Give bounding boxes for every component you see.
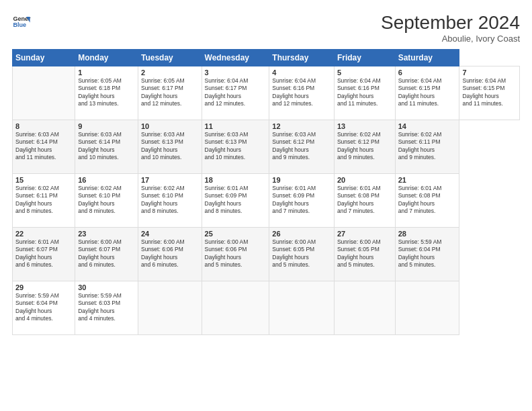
- table-row: 29Sunrise: 5:59 AMSunset: 6:04 PMDayligh…: [13, 281, 75, 335]
- day-number: 19: [272, 176, 331, 184]
- day-info: Sunrise: 6:02 AMSunset: 6:11 PMDaylight …: [15, 185, 72, 216]
- table-row: 23Sunrise: 6:00 AMSunset: 6:07 PMDayligh…: [75, 228, 138, 281]
- day-number: 7: [462, 68, 517, 77]
- day-info: Sunrise: 6:04 AMSunset: 6:15 PMDaylight …: [462, 77, 517, 108]
- table-row: 14Sunrise: 6:02 AMSunset: 6:11 PMDayligh…: [395, 120, 459, 174]
- page: General Blue September 2024 Aboulie, Ivo…: [0, 0, 532, 411]
- day-number: 23: [78, 230, 135, 238]
- col-monday: Monday: [75, 50, 138, 66]
- day-number: 9: [78, 122, 135, 130]
- day-number: 22: [15, 230, 72, 238]
- day-number: 27: [337, 230, 392, 238]
- day-info: Sunrise: 6:04 AMSunset: 6:16 PMDaylight …: [272, 77, 331, 108]
- day-info: Sunrise: 6:03 AMSunset: 6:14 PMDaylight …: [15, 131, 72, 162]
- table-row: 15Sunrise: 6:02 AMSunset: 6:11 PMDayligh…: [13, 174, 75, 228]
- table-row: 22Sunrise: 6:01 AMSunset: 6:07 PMDayligh…: [13, 228, 75, 281]
- day-number: 8: [15, 122, 72, 130]
- table-row: 6Sunrise: 6:04 AMSunset: 6:15 PMDaylight…: [395, 66, 459, 120]
- day-number: 5: [337, 68, 392, 77]
- day-number: 3: [205, 68, 267, 77]
- day-info: Sunrise: 6:04 AMSunset: 6:16 PMDaylight …: [337, 77, 392, 108]
- day-info: Sunrise: 6:02 AMSunset: 6:10 PMDaylight …: [78, 185, 135, 216]
- table-row: [269, 281, 335, 335]
- table-row: 1Sunrise: 6:05 AMSunset: 6:18 PMDaylight…: [75, 66, 138, 120]
- day-info: Sunrise: 6:03 AMSunset: 6:14 PMDaylight …: [78, 131, 135, 162]
- day-number: 1: [78, 68, 135, 77]
- day-number: 18: [205, 176, 267, 184]
- day-number: 2: [141, 68, 199, 77]
- col-friday: Friday: [334, 50, 395, 66]
- day-number: 6: [398, 68, 457, 77]
- table-row: 17Sunrise: 6:02 AMSunset: 6:10 PMDayligh…: [138, 174, 202, 228]
- day-info: Sunrise: 5:59 AMSunset: 6:04 PMDaylight …: [398, 238, 457, 269]
- day-number: 17: [141, 176, 199, 184]
- day-info: Sunrise: 6:01 AMSunset: 6:09 PMDaylight …: [272, 185, 331, 216]
- table-row: 18Sunrise: 6:01 AMSunset: 6:09 PMDayligh…: [202, 174, 269, 228]
- day-info: Sunrise: 6:01 AMSunset: 6:08 PMDaylight …: [337, 185, 392, 216]
- calendar-table: Sunday Monday Tuesday Wednesday Thursday…: [12, 49, 520, 335]
- table-row: 4Sunrise: 6:04 AMSunset: 6:16 PMDaylight…: [269, 66, 335, 120]
- col-thursday: Thursday: [269, 50, 335, 66]
- day-number: 26: [272, 230, 331, 238]
- day-number: 14: [398, 122, 457, 130]
- day-info: Sunrise: 6:01 AMSunset: 6:09 PMDaylight …: [205, 185, 267, 216]
- header: General Blue September 2024 Aboulie, Ivo…: [12, 12, 520, 44]
- day-info: Sunrise: 6:00 AMSunset: 6:06 PMDaylight …: [141, 238, 199, 269]
- day-info: Sunrise: 6:01 AMSunset: 6:07 PMDaylight …: [15, 238, 72, 269]
- table-row: [395, 281, 459, 335]
- day-info: Sunrise: 5:59 AMSunset: 6:03 PMDaylight …: [78, 292, 135, 323]
- col-saturday: Saturday: [395, 50, 459, 66]
- day-number: 24: [141, 230, 199, 238]
- calendar-week-row: 22Sunrise: 6:01 AMSunset: 6:07 PMDayligh…: [13, 228, 520, 281]
- title-block: September 2024 Aboulie, Ivory Coast: [381, 12, 520, 44]
- day-info: Sunrise: 6:03 AMSunset: 6:12 PMDaylight …: [272, 131, 331, 162]
- table-row: 19Sunrise: 6:01 AMSunset: 6:09 PMDayligh…: [269, 174, 335, 228]
- day-number: 13: [337, 122, 392, 130]
- calendar-week-row: 8Sunrise: 6:03 AMSunset: 6:14 PMDaylight…: [13, 120, 520, 174]
- day-number: 29: [15, 283, 72, 291]
- table-row: 30Sunrise: 5:59 AMSunset: 6:03 PMDayligh…: [75, 281, 138, 335]
- day-info: Sunrise: 6:03 AMSunset: 6:13 PMDaylight …: [205, 131, 267, 162]
- table-row: 13Sunrise: 6:02 AMSunset: 6:12 PMDayligh…: [334, 120, 395, 174]
- col-tuesday: Tuesday: [138, 50, 202, 66]
- day-number: 11: [205, 122, 267, 130]
- day-number: 4: [272, 68, 331, 77]
- table-row: 26Sunrise: 6:00 AMSunset: 6:05 PMDayligh…: [269, 228, 335, 281]
- day-number: 15: [15, 176, 72, 184]
- day-number: 28: [398, 230, 457, 238]
- day-number: 10: [141, 122, 199, 130]
- day-info: Sunrise: 6:04 AMSunset: 6:15 PMDaylight …: [398, 77, 457, 108]
- day-info: Sunrise: 6:00 AMSunset: 6:05 PMDaylight …: [337, 238, 392, 269]
- table-row: 20Sunrise: 6:01 AMSunset: 6:08 PMDayligh…: [334, 174, 395, 228]
- svg-text:Blue: Blue: [13, 21, 26, 28]
- day-info: Sunrise: 6:05 AMSunset: 6:17 PMDaylight …: [141, 77, 199, 108]
- day-info: Sunrise: 6:00 AMSunset: 6:05 PMDaylight …: [272, 238, 331, 269]
- table-row: 28Sunrise: 5:59 AMSunset: 6:04 PMDayligh…: [395, 228, 459, 281]
- empty-cell: [13, 66, 75, 120]
- day-info: Sunrise: 6:00 AMSunset: 6:07 PMDaylight …: [78, 238, 135, 269]
- location-subtitle: Aboulie, Ivory Coast: [381, 34, 520, 44]
- table-row: 24Sunrise: 6:00 AMSunset: 6:06 PMDayligh…: [138, 228, 202, 281]
- table-row: 16Sunrise: 6:02 AMSunset: 6:10 PMDayligh…: [75, 174, 138, 228]
- table-row: 7Sunrise: 6:04 AMSunset: 6:15 PMDaylight…: [459, 66, 520, 120]
- day-info: Sunrise: 6:05 AMSunset: 6:18 PMDaylight …: [78, 77, 135, 108]
- day-info: Sunrise: 6:00 AMSunset: 6:06 PMDaylight …: [205, 238, 267, 269]
- calendar-week-row: 29Sunrise: 5:59 AMSunset: 6:04 PMDayligh…: [13, 281, 520, 335]
- day-number: 30: [78, 283, 135, 291]
- table-row: 11Sunrise: 6:03 AMSunset: 6:13 PMDayligh…: [202, 120, 269, 174]
- day-number: 25: [205, 230, 267, 238]
- logo: General Blue: [12, 12, 31, 31]
- day-info: Sunrise: 6:02 AMSunset: 6:10 PMDaylight …: [141, 185, 199, 216]
- day-number: 12: [272, 122, 331, 130]
- logo-icon: General Blue: [12, 12, 31, 31]
- month-title: September 2024: [381, 12, 520, 34]
- table-row: [334, 281, 395, 335]
- table-row: [202, 281, 269, 335]
- table-row: 27Sunrise: 6:00 AMSunset: 6:05 PMDayligh…: [334, 228, 395, 281]
- table-row: 5Sunrise: 6:04 AMSunset: 6:16 PMDaylight…: [334, 66, 395, 120]
- calendar-week-row: 1Sunrise: 6:05 AMSunset: 6:18 PMDaylight…: [13, 66, 520, 120]
- table-row: 25Sunrise: 6:00 AMSunset: 6:06 PMDayligh…: [202, 228, 269, 281]
- table-row: 9Sunrise: 6:03 AMSunset: 6:14 PMDaylight…: [75, 120, 138, 174]
- col-sunday: Sunday: [13, 50, 75, 66]
- calendar-week-row: 15Sunrise: 6:02 AMSunset: 6:11 PMDayligh…: [13, 174, 520, 228]
